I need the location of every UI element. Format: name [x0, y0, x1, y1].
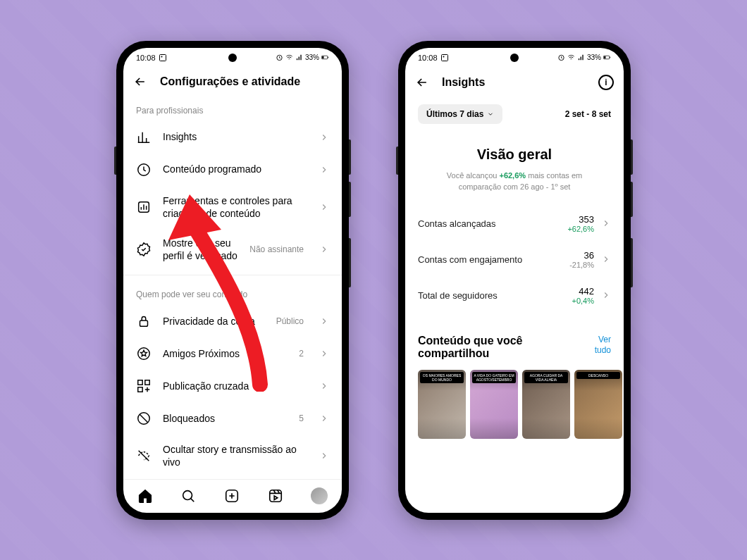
profile-avatar[interactable]	[311, 487, 328, 504]
crosspost-icon	[136, 378, 152, 394]
menu-close-friends[interactable]: Amigos Próximos 2	[123, 337, 342, 370]
svg-rect-5	[328, 57, 328, 58]
menu-label: Ferramentas e controles para criadores d…	[163, 194, 308, 220]
see-all-link[interactable]: Ver tudo	[584, 335, 611, 356]
phone-side-button	[631, 238, 633, 287]
battery-text: 33%	[305, 54, 319, 61]
metric-values: 36 -21,8%	[569, 250, 594, 269]
phone-right: 10:08 33% Insights i	[398, 41, 631, 520]
signal-icon	[295, 54, 303, 61]
star-circle-icon	[136, 346, 152, 361]
svg-rect-21	[604, 56, 605, 58]
status-time: 10:08	[418, 54, 438, 62]
menu-blocked[interactable]: Bloqueados 5	[123, 402, 342, 435]
alarm-icon	[276, 54, 283, 61]
menu-sublabel: 5	[299, 413, 304, 423]
clock-icon	[136, 162, 152, 178]
phone-side-button	[349, 238, 351, 287]
metric-values: 442 +0,4%	[572, 286, 595, 305]
settings-content[interactable]: Para profissionais Insights Conteúdo pro…	[123, 96, 342, 479]
chart-icon	[136, 130, 152, 145]
chevron-right-icon	[319, 316, 329, 326]
alarm-icon	[557, 54, 565, 61]
create-icon[interactable]	[224, 488, 240, 504]
svg-rect-17	[441, 54, 447, 61]
info-icon[interactable]: i	[598, 75, 614, 90]
phone-camera-hole	[228, 54, 237, 62]
home-icon[interactable]	[137, 488, 153, 504]
metric-accounts-reached[interactable]: Contas alcançadas 353 +62,6%	[405, 206, 624, 242]
svg-rect-4	[322, 56, 323, 58]
screen-settings: 10:08 33% Configurações e atividade Para…	[123, 48, 342, 513]
svg-point-14	[183, 491, 192, 500]
metric-label: Contas com engajamento	[418, 254, 562, 265]
svg-rect-10	[138, 380, 142, 385]
phone-side-button	[631, 139, 633, 175]
search-icon[interactable]	[180, 488, 196, 504]
menu-verified[interactable]: Mostre que seu perfil é verificado Não a…	[123, 228, 342, 270]
chevron-right-icon	[319, 349, 329, 359]
chevron-right-icon	[319, 202, 329, 212]
metric-label: Total de seguidores	[418, 290, 565, 301]
back-arrow-icon[interactable]	[415, 75, 429, 89]
phones-container: 10:08 33% Configurações e atividade Para…	[0, 0, 747, 560]
section-label-privacy: Quem pode ver seu conteúdo	[123, 280, 342, 305]
content-thumbnails[interactable]: OS MAIORES AMORES DO MUNDO A VIDA DO GAT…	[405, 360, 624, 439]
menu-account-privacy[interactable]: Privacidade da conta Público	[123, 305, 342, 337]
metric-accounts-engaged[interactable]: Contas com engajamento 36 -21,8%	[405, 242, 624, 278]
phone-side-button	[349, 139, 351, 175]
svg-rect-22	[610, 57, 610, 58]
phone-side-button	[114, 147, 116, 175]
svg-rect-8	[140, 321, 148, 326]
menu-label: Bloqueados	[163, 412, 288, 425]
app-header: Configurações e atividade	[123, 68, 342, 96]
menu-scheduled-content[interactable]: Conteúdo programado	[123, 154, 342, 186]
content-thumbnail[interactable]: DESCANSO	[574, 370, 622, 439]
menu-insights[interactable]: Insights	[123, 121, 342, 154]
phone-side-button	[631, 182, 633, 217]
svg-point-18	[443, 56, 444, 57]
chevron-right-icon	[319, 132, 329, 142]
menu-label: Conteúdo programado	[163, 163, 308, 175]
section-label-pros: Para profissionais	[123, 96, 342, 121]
phone-camera-hole	[510, 54, 519, 62]
wifi-icon	[285, 54, 293, 61]
menu-label: Ocultar story e transmissão ao vivo	[163, 443, 308, 468]
menu-sublabel: 2	[299, 349, 304, 359]
block-icon	[136, 411, 152, 426]
phone-side-button	[396, 147, 398, 175]
divider	[123, 275, 342, 275]
insights-content[interactable]: Últimos 7 dias 2 set - 8 set Visão geral…	[405, 97, 624, 513]
content-thumbnail[interactable]: AGORA CUIDAR DA VIDA ALHEIA	[522, 370, 570, 439]
svg-point-1	[161, 56, 162, 57]
svg-rect-11	[145, 380, 149, 385]
picture-icon	[159, 54, 167, 62]
menu-label: Publicação cruzada	[163, 380, 308, 392]
menu-crossposting[interactable]: Publicação cruzada	[123, 370, 342, 402]
page-title: Configurações e atividade	[160, 75, 332, 88]
chevron-right-icon	[319, 451, 329, 461]
wifi-icon	[567, 54, 575, 61]
chevron-right-icon	[319, 165, 329, 175]
chevron-right-icon	[319, 381, 329, 391]
reels-icon[interactable]	[268, 488, 283, 504]
date-range-chip[interactable]: Últimos 7 dias	[418, 104, 502, 124]
battery-icon	[321, 54, 329, 61]
battery-text: 33%	[587, 54, 601, 61]
menu-sublabel: Não assinante	[249, 244, 304, 254]
metric-total-followers[interactable]: Total de seguidores 442 +0,4%	[405, 278, 624, 313]
content-thumbnail[interactable]: A VIDA DO GATEIRO EM AGOSTO/SETEMBRO	[470, 370, 518, 439]
date-filter-row: Últimos 7 dias 2 set - 8 set	[405, 97, 624, 128]
bottom-nav	[123, 479, 342, 513]
picture-icon	[440, 54, 449, 62]
overview-subtitle: Você alcançou +62,6% mais contas em comp…	[405, 170, 624, 206]
chevron-down-icon	[487, 111, 494, 118]
menu-hide-story[interactable]: Ocultar story e transmissão ao vivo	[123, 435, 342, 477]
menu-creator-tools[interactable]: Ferramentas e controles para criadores d…	[123, 186, 342, 228]
tools-icon	[136, 199, 152, 215]
chevron-right-icon	[601, 290, 611, 300]
overview-title: Visão geral	[405, 128, 624, 170]
app-header: Insights i	[405, 68, 624, 97]
content-thumbnail[interactable]: OS MAIORES AMORES DO MUNDO	[418, 370, 466, 439]
back-arrow-icon[interactable]	[133, 75, 147, 89]
